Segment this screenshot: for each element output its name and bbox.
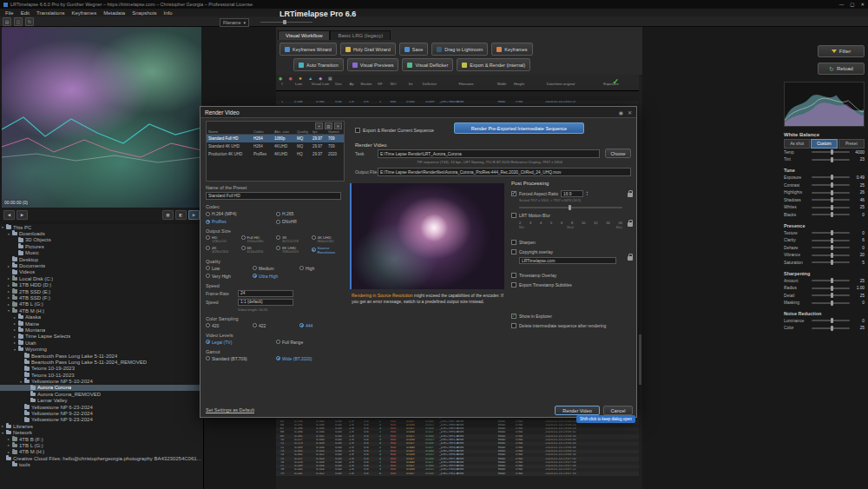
wf-button-export-render-internal[interactable]: Export & Render (internal) [457,58,530,71]
column-header-filename[interactable]: Filename [439,82,493,86]
render-preexported-button[interactable]: Render Pre-Exported Intermediate Sequenc… [454,122,584,134]
tree-item-tools[interactable]: tools [0,461,203,467]
copyright-checkbox[interactable] [511,249,516,254]
menu-metadata[interactable]: Metadata [100,10,128,16]
option-wide-bt-2020[interactable]: Wide (BT.2020) [276,356,346,361]
slider-handle[interactable] [831,318,833,323]
tree-item-4tb-l-g[interactable]: ▸4TB L (G:) [0,301,203,307]
table-scrollbar[interactable] [639,75,641,480]
scrollbar-handle[interactable] [639,334,641,385]
show-explorer-checkbox[interactable] [511,314,516,319]
tree-item-downloads[interactable]: ▾Downloads [0,230,203,236]
column-header-ap[interactable]: Ap [345,82,358,86]
slider-handle[interactable] [831,149,833,155]
delete-preset-icon[interactable]: ✕ [334,122,342,129]
filter-red-icon[interactable]: ◉ [288,76,292,81]
subtitles-checkbox[interactable] [511,282,516,287]
export-render-row[interactable]: Export & Render Current Sequence [355,128,434,133]
main-preview-image[interactable]: 00:00:00 (0) [2,27,201,208]
column-header-visual-lum[interactable]: Visual Lum [309,82,332,86]
slider-track[interactable] [812,232,850,234]
slider-handle[interactable] [831,175,833,180]
preset-row-standard-4k-uhd[interactable]: Standard 4K UHDH2644KUHDMQ29.97709 [207,142,344,150]
copyright-text-input[interactable]: LRTimelapse.com [519,257,616,264]
tree-item-local-disk-c[interactable]: ▸Local Disk (C:) [0,275,203,281]
slider-tint[interactable]: Tint23 [784,156,865,164]
wf-button-keyframes-wizard[interactable]: Keyframes Wizard [279,43,337,56]
slider-track[interactable] [812,294,850,296]
slider-track[interactable] [812,247,850,248]
tree-item-wyoming[interactable]: ▾Wyoming [0,346,203,352]
slider-masking[interactable]: Masking0 [784,300,865,307]
aspect-slider[interactable] [519,207,622,208]
tree-item-documents[interactable]: ▸Documents [0,262,203,268]
option-h-264-mp4[interactable]: H.264 (MP4) [206,211,276,216]
option-prores[interactable]: ProRes [206,219,276,224]
slider-track[interactable] [812,159,850,161]
dialog-close-icon[interactable]: ✕ [628,109,632,116]
column-header-dev[interactable]: Dev [332,82,345,86]
column-header-date-time-original[interactable]: Date/time original [528,82,594,86]
timestamp-checkbox[interactable] [511,273,516,278]
slider-handle[interactable] [831,245,833,250]
option-dnxhr[interactable]: DNxHR [276,219,346,224]
slider-handle[interactable] [831,190,833,195]
table-row[interactable]: 790.2410.3120.002.80.648000.0170.033_DSC… [276,472,641,475]
reload-button[interactable]: ↻ Reload [818,63,865,75]
slider-track[interactable] [812,302,850,304]
tree-item-yellowstone-np-9-23-2024[interactable]: Yellowstone NP 9-23-2024 [0,417,203,423]
option-high[interactable]: High [299,266,346,271]
lock-icon[interactable] [628,222,633,227]
aspect-spinner[interactable]: ▲▼ [586,191,589,196]
slider-dehaze[interactable]: Dehaze0 [784,244,865,252]
tree-item-4tb-m-h[interactable]: ▾4TB M (H:) [0,307,203,314]
tree-item-libraries[interactable]: ▸Libraries [0,423,203,429]
option-3k[interactable]: 3K3072x1728 [276,235,312,244]
slider-handle[interactable] [831,205,833,210]
thumbnail-size-slider[interactable] [260,22,312,23]
slider-color[interactable]: Color25 [784,325,865,333]
motion-blur-step-16[interactable]: 16 [606,221,609,225]
slider-amount[interactable]: Amount25 [784,277,865,285]
option-very-high[interactable]: Very High [206,274,253,279]
motion-blur-step-4[interactable]: 4 [540,221,542,225]
tree-item-videos[interactable]: Videos [0,269,203,275]
slider-track[interactable] [812,214,850,215]
refresh-icon[interactable]: ↻ [25,17,34,26]
slider-track[interactable] [812,280,850,281]
filter-green-icon[interactable]: ◉ [279,76,282,81]
next-frame-button[interactable]: ▶ [16,210,28,220]
prev-frame-button[interactable]: ◀ [3,210,15,220]
tree-item-yellowstone-np-6-23-2024[interactable]: Yellowstone NP 6-23-2024 [0,404,203,410]
menu-translations[interactable]: Translations [33,10,68,16]
grid-icon[interactable]: ▦ [328,76,332,81]
tree-item-4tb-b-f[interactable]: ▸4TB B (F:) [0,436,203,442]
motion-blur-step-12[interactable]: 12 [594,221,597,225]
motion-blur-step-10[interactable]: 10 [582,221,585,225]
column-header-[interactable]: # [276,82,288,86]
slider-track[interactable] [812,176,850,178]
minimize-button[interactable]: — [839,2,845,7]
option-hd[interactable]: HD1280x720 [206,235,241,244]
tree-item-maine[interactable]: ▸Maine [0,320,203,327]
speed-input[interactable]: 1:1 (default) [238,299,293,306]
tree-item-this-pc[interactable]: ▾This PC [0,224,203,230]
slider-handle[interactable] [831,182,833,188]
slider-saturation[interactable]: Saturation5 [784,259,865,267]
option-422[interactable]: 422 [253,323,299,328]
motion-blur-step-5[interactable]: 5 [550,221,552,225]
menu-snapshots[interactable]: Snapshots [128,10,160,16]
slider-handle[interactable] [831,293,833,298]
column-header-lum[interactable]: Lum [288,82,309,86]
filter-button[interactable]: Filter [818,45,865,57]
slider-track[interactable] [812,184,850,186]
option-medium[interactable]: Medium [253,266,299,271]
option-legal-tv[interactable]: Legal (TV) [206,340,276,345]
tree-item-tetons-10-11-2023[interactable]: Tetons 10-11-2023 [0,372,203,378]
option-full-hd[interactable]: Full HD1920x1080 [241,235,277,244]
slider-track[interactable] [812,254,850,256]
slider-handle[interactable] [831,238,833,243]
slider-handle[interactable] [831,260,833,265]
column-header-shutter[interactable]: Shutter [358,82,375,86]
slider-handle[interactable] [831,326,833,331]
